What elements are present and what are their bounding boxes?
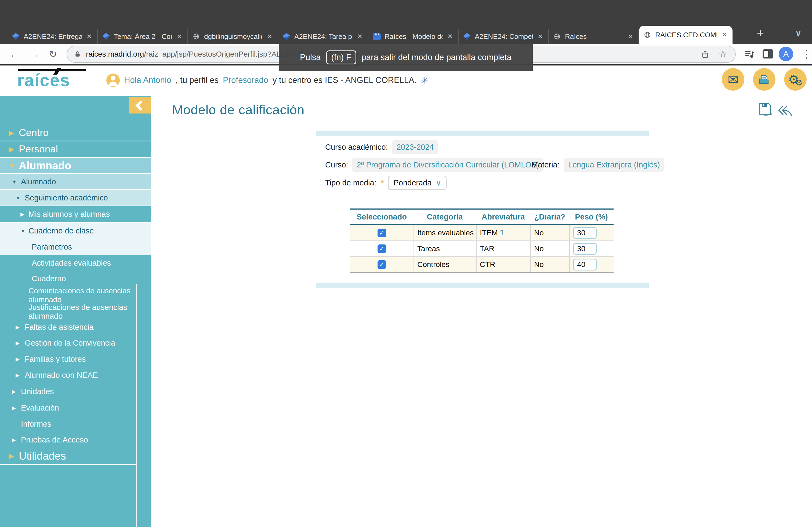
globe-favicon-icon xyxy=(643,31,651,39)
sidebar-item-label: Alumnado xyxy=(19,160,71,172)
chevron-right-icon: ▶ xyxy=(12,405,16,410)
sidebar-item-label: Mis alumnos y alumnas xyxy=(28,210,110,219)
media-controls-icon[interactable] xyxy=(743,48,756,60)
checkbox-checked[interactable]: ✓ xyxy=(378,244,386,253)
curso-academico-value: 2023-2024 xyxy=(392,140,438,154)
tab-raices-modelo-de[interactable]: Raíces - Modelo de✕ xyxy=(368,29,459,44)
cell-peso xyxy=(569,257,613,272)
toast-prefix: Pulsa xyxy=(300,52,321,62)
tab-close-icon[interactable]: ✕ xyxy=(85,33,93,40)
greeting-name[interactable]: Hola Antonio xyxy=(124,75,171,85)
new-tab-button[interactable]: + xyxy=(757,27,764,39)
sidebar-item-actividades-evaluables[interactable]: Actividades evaluables xyxy=(0,255,151,271)
profile-avatar[interactable]: A xyxy=(779,47,793,61)
tab-close-icon[interactable]: ✕ xyxy=(446,33,454,40)
sidebar-item-seguimiento-academico[interactable]: ▼Seguimiento académico xyxy=(0,190,151,206)
sidebar-item-gestion-de-la-convivencia[interactable]: ▶Gestión de la Convivencia xyxy=(0,335,151,351)
greeting-tail: y tu centro es IES - ANGEL CORELLA. xyxy=(273,75,417,85)
cell-categoria: Controles xyxy=(414,257,476,272)
sidebar-item-label: Personal xyxy=(19,144,58,155)
sidebar-item-faltas-de-asistencia[interactable]: ▶Faltas de asistencia xyxy=(0,319,151,335)
chevron-right-icon: ▶ xyxy=(20,212,25,217)
settings-button[interactable]: ⚙⚙ xyxy=(784,68,807,91)
lock-icon[interactable] xyxy=(74,51,81,58)
tab-a2ene24-compete[interactable]: A2ENE24: Compete✕ xyxy=(459,29,549,44)
tab-raices-ced-comu[interactable]: RAICES.CED.COMU✕ xyxy=(639,26,733,44)
cell-diaria: No xyxy=(530,257,569,272)
tab-search-chevron-icon[interactable]: ∨ xyxy=(795,29,801,38)
peso-input[interactable] xyxy=(573,259,597,270)
peso-input[interactable] xyxy=(573,243,597,255)
tab-title: Tema: Área 2 - Con xyxy=(114,32,172,41)
sidebar-item-unidades[interactable]: ▶Unidades xyxy=(0,383,151,400)
sidebar-item-mis-alumnos-y-alumnas[interactable]: ▶Mis alumnos y alumnas xyxy=(0,206,151,222)
sidebar-item-alumnado[interactable]: ▼Alumnado xyxy=(0,158,151,174)
sidebar-item-informes[interactable]: Informes xyxy=(0,416,151,432)
tab-close-icon[interactable]: ✕ xyxy=(627,33,634,40)
menu-dots-icon[interactable]: ⋮ xyxy=(801,48,812,60)
undo-icon[interactable] xyxy=(776,103,794,118)
tab-raices[interactable]: Raíces✕ xyxy=(549,29,639,44)
tab-dgbilinguismoycalid[interactable]: dgbilinguismoycalid✕ xyxy=(188,29,278,44)
mail-button[interactable]: ✉ xyxy=(722,68,744,91)
cell-abreviatura: CTR xyxy=(476,257,530,272)
sidebar-item-centro[interactable]: ▶Centro xyxy=(0,125,151,140)
column-header-abreviatura: Abreviatura xyxy=(476,212,530,221)
sidebar-item-label: Centro xyxy=(19,127,48,138)
tab-title: Raíces xyxy=(565,32,623,41)
sidebar-item-label: Evaluación xyxy=(21,404,59,412)
tab-title: A2ENE24: Compete xyxy=(475,32,533,41)
peso-input[interactable] xyxy=(573,227,597,239)
sidebar-item-evaluacion[interactable]: ▶Evaluación xyxy=(0,400,151,416)
sidebar-item-justificaciones-de-ausencias-alumnado[interactable]: Justificaciones de ausencias alumnado xyxy=(0,304,151,319)
tab-close-icon[interactable]: ✕ xyxy=(176,33,183,40)
checkbox-checked[interactable]: ✓ xyxy=(378,229,386,237)
sidebar-item-alumnado-2[interactable]: ▼Alumnado xyxy=(0,174,151,189)
notebook-favicon-icon xyxy=(373,32,381,41)
tab-close-icon[interactable]: ✕ xyxy=(721,31,728,39)
sidebar-collapse-button[interactable] xyxy=(129,97,151,114)
bookmark-star-icon[interactable]: ☆ xyxy=(719,48,727,60)
column-header-peso: Peso (%) xyxy=(569,212,613,221)
tab-title: A2ENE24: Entrega xyxy=(24,32,82,41)
back-icon[interactable]: ← xyxy=(10,49,20,59)
user-greeting: Hola Antonio , tu perfil es Profesorado … xyxy=(106,74,429,87)
cell-diaria: No xyxy=(530,225,569,240)
tab-tema-area-2-con[interactable]: Tema: Área 2 - Con✕ xyxy=(98,29,188,44)
reload-icon[interactable]: ↻ xyxy=(49,49,57,59)
tipo-media-select[interactable]: Ponderada ∨ xyxy=(388,176,447,190)
diamond-favicon-icon xyxy=(463,32,471,41)
sidebar-item-pruebas-de-acceso[interactable]: ▶Pruebas de Acceso xyxy=(0,432,151,448)
tab-close-icon[interactable]: ✕ xyxy=(266,33,273,40)
tab-close-icon[interactable]: ✕ xyxy=(536,33,544,40)
globe-favicon-icon xyxy=(553,32,561,41)
tabs-row: A2ENE24: Entrega✕Tema: Área 2 - Con✕dgbi… xyxy=(8,26,733,44)
sidebar-item-personal[interactable]: ▶Personal xyxy=(0,141,151,157)
raices-logo[interactable]: raíces xyxy=(17,69,86,89)
sidebar-item-alumnado-con-neae[interactable]: ▶Alumnado con NEAE xyxy=(0,367,151,383)
curso-academico-label: Curso académico: xyxy=(325,143,388,152)
sidebar-item-label: Actividades evaluables xyxy=(32,259,111,268)
greeting-profile[interactable]: Profesorado xyxy=(223,75,268,85)
sidebar-item-label: Faltas de asistencia xyxy=(25,323,93,332)
documents-button[interactable] xyxy=(753,68,775,91)
sidebar-item-comunicaciones-de-ausencias-alumnado[interactable]: Comunicaciones de ausencias alumnado xyxy=(0,286,151,304)
diamond-favicon-icon xyxy=(102,32,110,41)
side-panel-icon[interactable] xyxy=(763,49,773,59)
sidebar-item-utilidades[interactable]: ▶Utilidades xyxy=(0,448,151,464)
tab-a2ene24-entrega[interactable]: A2ENE24: Entrega✕ xyxy=(8,29,98,44)
tab-close-icon[interactable]: ✕ xyxy=(356,33,364,40)
save-icon[interactable] xyxy=(757,101,774,119)
sidebar-item-familias-y-tutores[interactable]: ▶Familias y tutores xyxy=(0,351,151,367)
tab-a2ene24-tarea-pr[interactable]: A2ENE24: Tarea pr✕ xyxy=(278,29,368,44)
gear-small-icon: ⚙ xyxy=(795,79,802,87)
sidebar-item-cuaderno[interactable]: Cuaderno xyxy=(0,271,151,286)
forward-icon[interactable]: → xyxy=(30,49,40,59)
share-icon[interactable] xyxy=(701,50,709,59)
sidebar-item-parametros[interactable]: Parámetros xyxy=(0,239,151,255)
chevron-right-icon: ▶ xyxy=(9,129,14,136)
checkbox-checked[interactable]: ✓ xyxy=(378,260,386,269)
sidebar-inner-divider xyxy=(136,284,137,527)
sidebar-divider xyxy=(0,464,136,465)
sidebar-item-cuaderno-de-clase[interactable]: ▼Cuaderno de clase xyxy=(0,223,151,239)
